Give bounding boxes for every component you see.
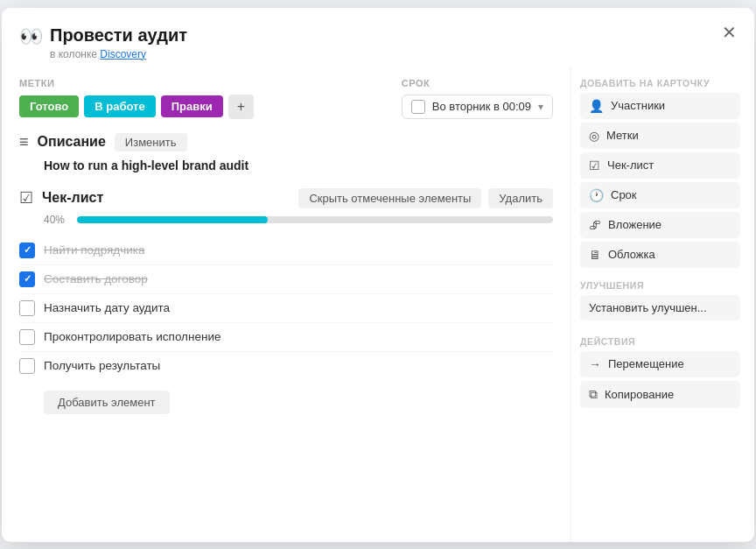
checklist-sidebar-icon: ☑ <box>589 158 600 172</box>
checklist-header-row: ☑ Чек-лист Скрыть отмеченные элементы Уд… <box>19 188 553 208</box>
label-icon: ◎ <box>589 129 599 143</box>
checklist-actions: Скрыть отмеченные элементы Удалить <box>298 188 553 208</box>
task-modal: 👀 Провести аудит в колонке Discovery ✕ М… <box>2 8 754 542</box>
checklist-button[interactable]: ☑ Чек-лист <box>580 152 740 179</box>
labels-section-label: МЕТКИ <box>19 78 367 88</box>
breadcrumb-link[interactable]: Discovery <box>100 48 146 60</box>
checklist-item-text-3: Назначить дату аудита <box>44 301 170 314</box>
labels-section: МЕТКИ Готово В работе Правки + <box>19 78 367 119</box>
checklist-btn-label: Чек-лист <box>607 158 732 172</box>
deadline-button[interactable]: 🕐 Срок <box>580 182 740 208</box>
deadline-text: Во вторник в 00:09 <box>432 100 531 113</box>
checklist-items: Найти подрядчика Составить договор Назна… <box>19 236 553 380</box>
delete-checklist-button[interactable]: Удалить <box>488 188 553 208</box>
improvements-button[interactable]: Установить улучшен... <box>580 295 740 320</box>
description-title: Описание <box>38 134 106 150</box>
modal-title: Провести аудит <box>50 24 737 46</box>
improvements-label: УЛУЧШЕНИЯ <box>580 280 740 291</box>
actions-label: ДЕЙСТВИЯ <box>580 336 740 347</box>
move-label: Перемещение <box>608 357 732 370</box>
label-v-rabote[interactable]: В работе <box>84 95 155 117</box>
checklist-item-checkbox-3[interactable] <box>19 300 35 316</box>
checklist-item-checkbox-5[interactable] <box>19 358 35 374</box>
deadline-section-label: СРОК <box>402 78 553 88</box>
progress-row: 40% <box>44 214 553 226</box>
labels-button[interactable]: ◎ Метки <box>580 123 740 149</box>
progress-percent: 40% <box>44 214 68 226</box>
checklist-item-text-4: Проконтролировать исполнение <box>44 330 220 343</box>
deadline-btn-label: Срок <box>611 188 732 201</box>
close-button[interactable]: ✕ <box>718 20 740 45</box>
description-text: How to run a high-level brand audit <box>44 158 553 172</box>
breadcrumb-prefix: в колонке <box>50 48 97 60</box>
participants-label: Участники <box>611 99 732 112</box>
label-pravki[interactable]: Правки <box>161 95 223 117</box>
participants-button[interactable]: 👤 Участники <box>580 93 740 119</box>
add-checklist-item-button[interactable]: Добавить элемент <box>44 391 170 414</box>
copy-label: Копирование <box>605 388 732 401</box>
checklist-section: ☑ Чек-лист Скрыть отмеченные элементы Уд… <box>19 188 553 414</box>
modal-header: 👀 Провести аудит в колонке Discovery ✕ <box>2 8 754 66</box>
labels-btn-label: Метки <box>606 129 732 142</box>
deadline-checkbox[interactable] <box>411 100 425 114</box>
labels-row: Готово В работе Правки + <box>19 95 367 119</box>
deadline-section: СРОК Во вторник в 00:09 ▾ <box>402 78 553 119</box>
description-icon: ≡ <box>19 133 29 151</box>
cover-btn-label: Обложка <box>608 248 732 261</box>
clock-icon: 🕐 <box>589 188 604 202</box>
add-to-card-label: ДОБАВИТЬ НА КАРТОЧКУ <box>580 78 740 88</box>
attachment-button[interactable]: 🖇 Вложение <box>580 212 740 238</box>
label-gotovo[interactable]: Готово <box>19 95 79 117</box>
main-content: МЕТКИ Готово В работе Правки + СРОК Во в… <box>2 66 570 542</box>
checklist-title: Чек-лист <box>42 190 103 206</box>
progress-bar-bg <box>77 216 553 223</box>
deadline-picker[interactable]: Во вторник в 00:09 ▾ <box>402 95 553 119</box>
checklist-item: Получить результаты <box>19 352 553 380</box>
move-icon: → <box>589 357 601 371</box>
deadline-chevron-icon: ▾ <box>538 101 543 113</box>
card-icon: 👀 <box>19 25 43 48</box>
edit-description-button[interactable]: Изменить <box>115 133 187 151</box>
sidebar: ДОБАВИТЬ НА КАРТОЧКУ 👤 Участники ◎ Метки… <box>570 66 754 542</box>
modal-body: МЕТКИ Готово В работе Правки + СРОК Во в… <box>2 66 754 542</box>
checklist-item-checkbox-2[interactable] <box>19 271 35 287</box>
description-header: ≡ Описание Изменить <box>19 133 553 151</box>
checklist-icon: ☑ <box>19 188 33 208</box>
checklist-item-text-1: Найти подрядчика <box>44 243 145 257</box>
cover-icon: 🖥 <box>589 248 601 262</box>
checklist-item-checkbox-1[interactable] <box>19 243 35 258</box>
checklist-title-group: ☑ Чек-лист <box>19 188 298 208</box>
top-row: МЕТКИ Готово В работе Правки + СРОК Во в… <box>19 78 553 119</box>
checklist-item: Проконтролировать исполнение <box>19 323 553 352</box>
description-section: ≡ Описание Изменить How to run a high-le… <box>19 133 553 172</box>
move-button[interactable]: → Перемещение <box>580 351 740 377</box>
hide-checked-button[interactable]: Скрыть отмеченные элементы <box>298 188 481 208</box>
checklist-item: Назначить дату аудита <box>19 294 553 323</box>
cover-button[interactable]: 🖥 Обложка <box>580 242 740 268</box>
copy-icon: ⧉ <box>589 387 598 402</box>
checklist-item-text-5: Получить результаты <box>44 359 160 372</box>
user-icon: 👤 <box>589 99 604 113</box>
attachment-icon: 🖇 <box>589 218 601 232</box>
attachment-btn-label: Вложение <box>608 218 732 231</box>
breadcrumb: в колонке Discovery <box>50 48 737 60</box>
checklist-item: Найти подрядчика <box>19 236 553 265</box>
add-label-button[interactable]: + <box>228 95 254 119</box>
checklist-item-checkbox-4[interactable] <box>19 329 35 345</box>
header-content: Провести аудит в колонке Discovery <box>50 24 737 60</box>
checklist-item-text-2: Составить договор <box>44 272 148 285</box>
checklist-item: Составить договор <box>19 265 553 294</box>
copy-button[interactable]: ⧉ Копирование <box>580 381 740 408</box>
progress-bar-fill <box>77 216 268 223</box>
